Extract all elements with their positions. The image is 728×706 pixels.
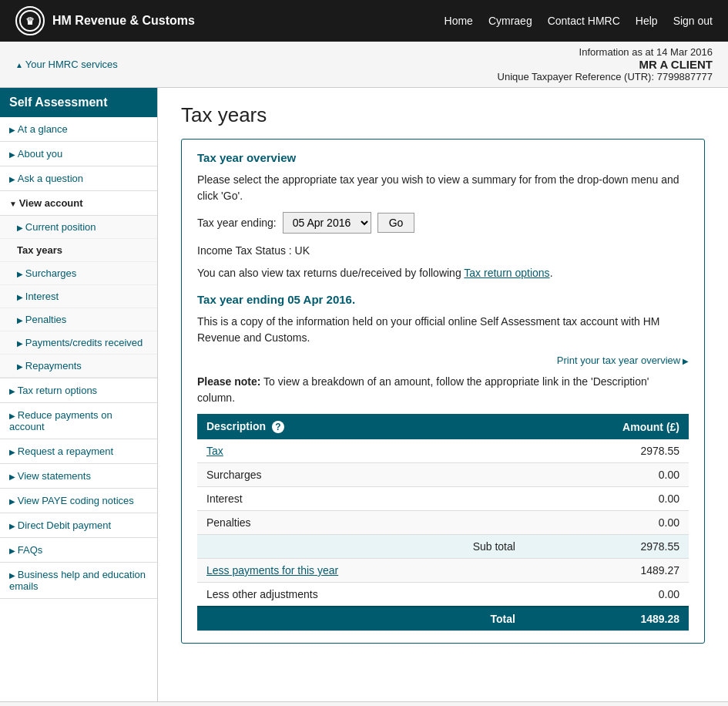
sidebar-link-view-account[interactable]: View account: [0, 191, 157, 215]
nav-cymraeg[interactable]: Cymraeg: [488, 15, 532, 27]
sidebar-item-at-a-glance[interactable]: At a glance: [0, 117, 157, 142]
nav-help[interactable]: Help: [636, 15, 658, 27]
tax-year-details-heading: Tax year ending 05 Apr 2016.: [197, 293, 689, 306]
sidebar-item-ask-question[interactable]: Ask a question: [0, 166, 157, 191]
subtotal-row: Sub total 2978.55: [197, 535, 689, 559]
note-text: Please note: To view a breakdown of an a…: [197, 374, 689, 406]
sidebar-item-view-paye[interactable]: View PAYE coding notices: [0, 489, 157, 513]
less-payments-desc: Less payments for this year: [197, 559, 525, 583]
nav-contact[interactable]: Contact HMRC: [548, 15, 620, 27]
help-icon[interactable]: ?: [272, 421, 284, 433]
top-nav: Home Cymraeg Contact HMRC Help Sign out: [445, 15, 713, 27]
tax-link[interactable]: Tax: [206, 445, 223, 457]
table-row: Tax 2978.55: [197, 439, 689, 463]
also-view-end: .: [550, 267, 553, 279]
top-header: ♛ HM Revenue & Customs Home Cymraeg Cont…: [0, 0, 728, 42]
sidebar-item-request-repayment[interactable]: Request a repayment: [0, 439, 157, 464]
subtotal-label: Sub total: [197, 535, 525, 559]
sidebar-link-request-repayment[interactable]: Request a repayment: [0, 439, 157, 463]
sidebar: Self Assessment At a glance About you As…: [0, 88, 158, 701]
sidebar-link-reduce-payments[interactable]: Reduce payments on account: [0, 403, 157, 439]
nav-signout[interactable]: Sign out: [673, 15, 713, 27]
also-view-text: You can also view tax returns due/receiv…: [197, 267, 464, 279]
sidebar-link-tax-return-options[interactable]: Tax return options: [0, 378, 157, 402]
tax-data-table: Description ? Amount (£) Tax 2978.55 Sur…: [197, 414, 689, 631]
row-surcharges-desc: Surcharges: [197, 463, 525, 487]
sidebar-item-about-you[interactable]: About you: [0, 142, 157, 166]
tax-year-details-desc: This is a copy of the information held o…: [197, 314, 689, 346]
sidebar-title: Self Assessment: [0, 88, 157, 117]
logo-area: ♛ HM Revenue & Customs: [15, 6, 195, 35]
table-row: Less other adjustments 0.00: [197, 583, 689, 607]
page-title: Tax years: [181, 103, 705, 127]
svg-text:♛: ♛: [25, 15, 35, 27]
utr-value: 7799887777: [657, 71, 713, 82]
footer: © Crown Copyright | Terms & Conditions |…: [0, 701, 728, 706]
less-payments-link[interactable]: Less payments for this year: [206, 564, 338, 577]
sidebar-item-faqs[interactable]: FAQs: [0, 538, 157, 563]
sidebar-sub-current-position[interactable]: Current position: [0, 216, 157, 239]
sidebar-item-view-account[interactable]: View account Current position Tax years …: [0, 191, 157, 378]
less-other-desc: Less other adjustments: [197, 583, 525, 607]
print-link[interactable]: Print your tax year overview: [557, 355, 689, 366]
sidebar-link-view-statements[interactable]: View statements: [0, 464, 157, 488]
sidebar-link-at-a-glance[interactable]: At a glance: [0, 117, 157, 141]
overview-description: Please select the appropriate tax year y…: [197, 172, 689, 204]
tax-return-options-link[interactable]: Tax return options: [464, 267, 549, 279]
sidebar-item-view-statements[interactable]: View statements: [0, 464, 157, 489]
user-info: Information as at 14 Mar 2016 MR A CLIEN…: [498, 46, 713, 82]
sidebar-link-direct-debit[interactable]: Direct Debit payment: [0, 513, 157, 537]
sidebar-sub-repayments[interactable]: Repayments: [0, 355, 157, 378]
go-button[interactable]: Go: [377, 213, 415, 233]
note-rest: To view a breakdown of an amount, follow…: [197, 375, 649, 404]
print-link-area: Print your tax year overview: [197, 354, 689, 366]
sidebar-item-business-help[interactable]: Business help and education emails: [0, 563, 157, 599]
total-amount: 1489.28: [525, 607, 689, 631]
sidebar-item-tax-return-options[interactable]: Tax return options: [0, 378, 157, 403]
user-name: MR A CLIENT: [498, 58, 713, 71]
utr-label: Unique Taxpayer Reference (UTR):: [498, 71, 655, 82]
tax-year-select[interactable]: 05 Apr 2016 05 Apr 2015 05 Apr 2014: [283, 212, 371, 234]
income-tax-status: Income Tax Status : UK: [197, 243, 689, 259]
sidebar-sub-payments-credits[interactable]: Payments/credits received: [0, 331, 157, 355]
row-interest-desc: Interest: [197, 487, 525, 511]
sidebar-sub-penalties[interactable]: Penalties: [0, 308, 157, 331]
your-hmrc-services-link[interactable]: Your HMRC services: [15, 59, 118, 70]
table-header-row: Description ? Amount (£): [197, 414, 689, 439]
sidebar-sub-interest[interactable]: Interest: [0, 285, 157, 308]
tax-year-overview-box: Tax year overview Please select the appr…: [181, 139, 705, 644]
utr-line: Unique Taxpayer Reference (UTR): 7799887…: [498, 71, 713, 82]
row-tax-amount: 2978.55: [525, 439, 689, 463]
note-bold: Please note:: [197, 375, 260, 388]
logo-text: HM Revenue & Customs: [52, 14, 195, 28]
col-amount: Amount (£): [525, 414, 689, 439]
sidebar-link-about-you[interactable]: About you: [0, 142, 157, 166]
also-view-line: You can also view tax returns due/receiv…: [197, 265, 689, 281]
sidebar-link-faqs[interactable]: FAQs: [0, 538, 157, 562]
col-description: Description ?: [197, 414, 525, 439]
sidebar-item-direct-debit[interactable]: Direct Debit payment: [0, 513, 157, 538]
tax-year-details: Tax year ending 05 Apr 2016. This is a c…: [197, 293, 689, 366]
tax-year-label: Tax year ending:: [197, 217, 277, 229]
row-penalties-amount: 0.00: [525, 511, 689, 535]
nav-home[interactable]: Home: [445, 15, 473, 27]
main-layout: Self Assessment At a glance About you As…: [0, 88, 728, 701]
sidebar-sub-surcharges[interactable]: Surcharges: [0, 262, 157, 285]
sidebar-link-business-help[interactable]: Business help and education emails: [0, 563, 157, 598]
row-penalties-desc: Penalties: [197, 511, 525, 535]
table-row: Surcharges 0.00: [197, 463, 689, 487]
main-content: Tax years Tax year overview Please selec…: [158, 88, 728, 701]
sidebar-link-ask-question[interactable]: Ask a question: [0, 166, 157, 190]
info-date: Information as at 14 Mar 2016: [498, 46, 713, 58]
sidebar-sub-tax-years[interactable]: Tax years: [0, 239, 157, 262]
table-row: Interest 0.00: [197, 487, 689, 511]
sidebar-item-reduce-payments[interactable]: Reduce payments on account: [0, 403, 157, 439]
row-surcharges-amount: 0.00: [525, 463, 689, 487]
row-interest-amount: 0.00: [525, 487, 689, 511]
sidebar-sub-view-account: Current position Tax years Surcharges In…: [0, 215, 157, 378]
table-row: Penalties 0.00: [197, 511, 689, 535]
total-row: Total 1489.28: [197, 607, 689, 631]
less-other-amount: 0.00: [525, 583, 689, 607]
tax-year-overview-heading: Tax year overview: [197, 151, 689, 164]
sidebar-link-view-paye[interactable]: View PAYE coding notices: [0, 489, 157, 513]
